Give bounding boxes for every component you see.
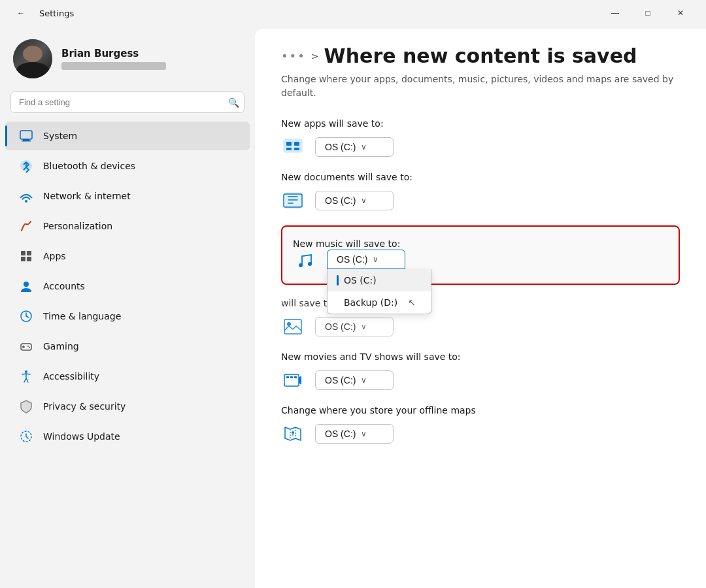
sidebar-item-time[interactable]: Time & language [5,302,250,331]
svg-point-25 [299,263,303,267]
title-bar: ← Settings — □ ✕ [0,0,706,26]
music-option-backup[interactable]: Backup (D:) ↖ [328,291,431,314]
svg-rect-6 [27,251,31,255]
minimize-button[interactable]: — [600,3,630,24]
apps-drive-dropdown[interactable]: OS (C:) ∨ [315,137,394,157]
sidebar-item-bluetooth[interactable]: Bluetooth & devices [5,152,250,180]
movies-drive-dropdown[interactable]: OS (C:) ∨ [315,370,394,390]
avatar-image [13,39,52,78]
apps-save-control: OS (C:) ∨ [281,135,680,159]
sidebar-item-label-accounts: Accounts [43,281,85,291]
music-option-backup-label: Backup (D:) [337,297,397,308]
svg-rect-20 [294,142,299,146]
music-dropdown-container: OS (C:) ∨ OS (C:) Backup (D:) ↖ [327,250,405,269]
music-save-label: New music will save to: [293,238,400,249]
documents-drive-dropdown[interactable]: OS (C:) ∨ [315,191,394,210]
user-info: Brian Burgess [61,48,166,70]
pictures-drive-dropdown[interactable]: OS (C:) ∨ [315,317,394,336]
sidebar-item-system[interactable]: System [5,122,250,150]
svg-rect-29 [284,374,299,386]
sidebar-item-label-network: Network & internet [43,191,131,201]
movies-save-label: New movies and TV shows will save to: [281,351,680,362]
documents-save-row: New documents will save to: OS (C:) ∨ [281,172,680,212]
save-sections: New apps will save to: OS (C:) ∨ [281,118,680,446]
apps-save-label: New apps will save to: [281,118,680,129]
svg-point-33 [292,431,294,434]
svg-rect-5 [21,251,25,255]
sidebar-item-label-bluetooth: Bluetooth & devices [43,161,135,171]
svg-point-16 [25,370,27,373]
search-icon: 🔍 [228,97,239,108]
svg-rect-7 [21,257,25,261]
movies-dropdown-arrow: ∨ [361,376,367,385]
sidebar: Brian Burgess 🔍 System [0,26,255,588]
svg-rect-21 [286,148,292,150]
sidebar-item-label-system: System [43,131,77,141]
sidebar-item-apps[interactable]: Apps [5,242,250,270]
documents-drive-value: OS (C:) [325,195,356,206]
music-option-osc[interactable]: OS (C:) [328,269,431,291]
search-button[interactable]: 🔍 [228,97,239,108]
pictures-dropdown-arrow: ∨ [361,322,367,331]
maps-drive-value: OS (C:) [325,429,356,439]
apps-icon [18,248,34,264]
movies-save-row: New movies and TV shows will save to: OS… [281,351,680,392]
music-save-icon [293,250,316,273]
sidebar-item-label-time: Time & language [43,311,121,321]
music-drive-dropdown[interactable]: OS (C:) ∨ [327,250,405,269]
selected-indicator [337,275,339,286]
user-name: Brian Burgess [61,48,166,59]
maps-save-row: Change where you store your offline maps… [281,405,680,446]
user-email [61,62,166,70]
documents-dropdown-arrow: ∨ [361,196,367,205]
personalization-icon [18,218,34,234]
app-container: Brian Burgess 🔍 System [0,26,706,588]
close-button[interactable]: ✕ [665,3,696,24]
back-button[interactable]: ← [10,3,31,24]
breadcrumb-arrow: > [311,51,319,61]
search-input[interactable] [10,91,244,113]
page-description: Change where your apps, documents, music… [281,73,680,100]
svg-rect-0 [20,131,32,139]
apps-drive-value: OS (C:) [325,142,356,152]
sidebar-item-privacy[interactable]: Privacy & security [5,392,250,421]
search-box: 🔍 [10,91,244,113]
movies-save-icon [281,368,305,392]
maps-drive-dropdown[interactable]: OS (C:) ∨ [315,424,394,444]
user-profile[interactable]: Brian Burgess [0,26,255,89]
sidebar-item-accounts[interactable]: Accounts [5,272,250,301]
sidebar-item-personalization[interactable]: Personalization [5,212,250,240]
avatar [13,39,52,78]
svg-rect-27 [284,319,301,334]
sidebar-item-label-privacy: Privacy & security [43,401,126,412]
pictures-drive-value: OS (C:) [325,321,356,332]
pictures-save-icon [281,315,305,338]
maximize-button[interactable]: □ [633,3,663,24]
windows-update-icon [18,429,34,444]
apps-save-row: New apps will save to: OS (C:) ∨ [281,118,680,159]
window-controls: — □ ✕ [600,3,696,24]
apps-dropdown-arrow: ∨ [361,142,367,152]
movies-save-control: OS (C:) ∨ [281,368,680,392]
sidebar-item-gaming[interactable]: Gaming [5,332,250,361]
music-drive-value: OS (C:) [337,254,367,265]
breadcrumb: ••• > Where new content is saved [281,44,680,67]
svg-rect-19 [286,142,292,146]
movies-drive-value: OS (C:) [325,375,356,385]
pictures-save-control: OS (C:) ∨ [281,315,680,338]
music-option-osc-label: OS (C:) [344,275,377,286]
sidebar-item-label-accessibility: Accessibility [43,371,99,382]
title-bar-left: ← Settings [10,3,74,24]
music-save-row: New music will save to: OS (C:) ∨ [281,225,680,285]
maps-save-label: Change where you store your offline maps [281,405,680,416]
sidebar-item-network[interactable]: Network & internet [5,182,250,210]
maps-save-control: OS (C:) ∨ [281,422,680,446]
sidebar-item-accessibility[interactable]: Accessibility [5,362,250,391]
svg-rect-31 [290,376,293,378]
accessibility-icon [18,368,34,384]
sidebar-item-windows-update[interactable]: Windows Update [5,422,250,451]
sidebar-item-label-windows-update: Windows Update [43,431,120,442]
main-content: ••• > Where new content is saved Change … [255,29,706,588]
documents-save-label: New documents will save to: [281,172,680,182]
svg-rect-23 [285,193,301,208]
